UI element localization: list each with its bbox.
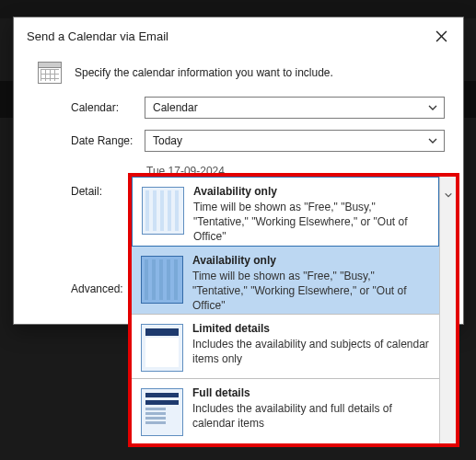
detail-option-desc: Time will be shown as "Free," "Busy," "T… <box>192 269 430 314</box>
chevron-down-icon <box>427 102 438 113</box>
detail-option[interactable]: Limited detailsIncludes the availability… <box>132 315 439 379</box>
close-button[interactable] <box>430 25 452 47</box>
calendar-label: Calendar: <box>71 101 145 114</box>
date-range-value: Today <box>153 134 182 147</box>
calendar-icon <box>38 62 62 84</box>
close-icon <box>435 30 447 42</box>
detail-option[interactable]: Availability onlyTime will be shown as "… <box>132 177 439 247</box>
detail-option-text: Availability onlyTime will be shown as "… <box>193 185 429 238</box>
chevron-down-icon <box>444 190 453 200</box>
detail-option-title: Availability only <box>193 185 429 198</box>
detail-option-desc: Includes the availability and subjects o… <box>192 337 430 366</box>
detail-option-title: Full details <box>192 386 430 399</box>
dialog-title: Send a Calendar via Email <box>27 29 168 43</box>
date-range-label: Date Range: <box>71 134 145 147</box>
detail-option-desc: Includes the availability and full detai… <box>192 401 430 431</box>
detail-options-list: Availability onlyTime will be shown as "… <box>132 177 439 443</box>
dropdown-scrollbar[interactable] <box>439 177 456 443</box>
calendar-row: Calendar: Calendar <box>71 97 445 119</box>
chevron-down-icon <box>427 135 438 146</box>
detail-option-thumb <box>141 388 183 436</box>
intro-text: Specify the calendar information you wan… <box>75 66 333 79</box>
detail-option-thumb <box>142 187 184 235</box>
detail-option-thumb <box>141 324 183 372</box>
detail-option-text: Full detailsIncludes the availability an… <box>192 386 430 436</box>
scroll-down-button[interactable] <box>440 177 456 213</box>
detail-option-desc: Time will be shown as "Free," "Busy," "T… <box>193 200 429 245</box>
calendar-value: Calendar <box>153 101 198 114</box>
detail-option-text: Availability onlyTime will be shown as "… <box>192 254 430 307</box>
background-strip <box>0 0 476 18</box>
detail-option[interactable]: Full detailsIncludes the availability an… <box>132 379 439 443</box>
detail-dropdown-highlight: Availability onlyTime will be shown as "… <box>128 173 459 447</box>
detail-option-title: Availability only <box>192 254 430 267</box>
titlebar: Send a Calendar via Email <box>14 17 463 51</box>
intro-row: Specify the calendar information you wan… <box>14 51 463 97</box>
calendar-combo[interactable]: Calendar <box>145 97 445 119</box>
date-range-row: Date Range: Today <box>71 130 445 152</box>
detail-option-text: Limited detailsIncludes the availability… <box>192 322 430 371</box>
date-range-combo[interactable]: Today <box>145 130 445 152</box>
detail-option[interactable]: Availability onlyTime will be shown as "… <box>132 247 439 316</box>
detail-option-title: Limited details <box>192 322 430 335</box>
detail-option-thumb <box>141 256 183 304</box>
